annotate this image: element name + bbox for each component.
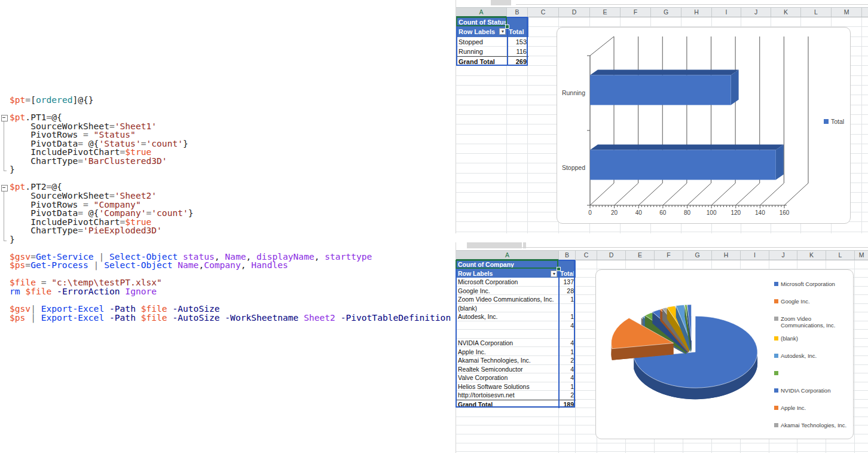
- pie-legend-label[interactable]: NVIDIA Corporation: [781, 387, 851, 394]
- code-line[interactable]: $ps=Get-Process | Select-Object Name,Com…: [10, 261, 454, 270]
- pivot-cell-value[interactable]: 153: [508, 37, 528, 47]
- pivot-cell-value[interactable]: [559, 260, 576, 269]
- column-header-E[interactable]: E: [590, 7, 621, 17]
- pivot-cell-label[interactable]: Row Labels: [456, 269, 559, 278]
- pivot-cell-value[interactable]: 28: [559, 287, 576, 296]
- row-labels-filter-button[interactable]: ▼: [499, 28, 506, 35]
- column-header-H[interactable]: H: [712, 250, 741, 260]
- pivot-cell-value[interactable]: 1: [559, 382, 576, 391]
- pivot-cell-label[interactable]: Realtek Semiconductor: [456, 365, 559, 374]
- column-header-M[interactable]: M: [855, 250, 868, 260]
- pivot-cell-value[interactable]: 4: [559, 321, 576, 330]
- column-header-n[interactable]: [862, 7, 868, 17]
- selection-fill-handle[interactable]: [505, 25, 509, 29]
- column-header-C[interactable]: C: [528, 7, 559, 17]
- code-line[interactable]: ChartType='BarClustered3D': [10, 157, 454, 166]
- row-labels-filter-button[interactable]: ▼: [551, 270, 557, 277]
- code-line[interactable]: }: [10, 165, 454, 174]
- pivot-cell-label[interactable]: Valve Corporation: [456, 373, 559, 382]
- pie-legend-label[interactable]: Google Inc.: [781, 298, 851, 305]
- pivot-cell-label[interactable]: [456, 330, 559, 339]
- pivot-table-company[interactable]: Count of CompanyRow LabelsTotal▼Microsof…: [456, 260, 576, 408]
- pivot-cell-label[interactable]: Apple Inc.: [456, 348, 559, 357]
- column-header-C[interactable]: C: [576, 250, 597, 260]
- code-line[interactable]: rm $file -ErrorAction Ignore: [10, 287, 454, 296]
- pivot-cell-value[interactable]: 269: [508, 57, 528, 66]
- column-header-D[interactable]: D: [559, 7, 590, 17]
- column-header-H[interactable]: H: [681, 7, 712, 17]
- pie-legend-label[interactable]: (blank): [781, 335, 851, 342]
- pivot-cell-label[interactable]: Grand Total: [456, 400, 559, 409]
- pivot-row[interactable]: Stopped153: [457, 37, 528, 47]
- column-header-I[interactable]: I: [712, 7, 741, 17]
- bar-chart[interactable]: StoppedRunning020406080100120140160Total: [557, 27, 851, 224]
- pie-legend-label[interactable]: Apple Inc.: [781, 405, 851, 411]
- pivot-row[interactable]: Helios Software Solutions1: [456, 382, 576, 391]
- pivot-cell-value[interactable]: 189: [559, 400, 576, 409]
- pivot-cell-value[interactable]: [559, 304, 576, 313]
- pivot-cell-label[interactable]: Autodesk, Inc.: [456, 312, 559, 321]
- pivot-row[interactable]: Count of Status: [457, 17, 528, 27]
- pivot-row[interactable]: [456, 330, 576, 339]
- pivot-values-header[interactable]: Total: [508, 27, 528, 37]
- pivot-row[interactable]: 4: [456, 321, 576, 330]
- code-line[interactable]: $pt=[ordered]@{}: [10, 96, 454, 105]
- code-line[interactable]: [10, 105, 454, 114]
- pivot-cell-label[interactable]: [456, 321, 559, 330]
- pie-legend-label[interactable]: Microsoft Corporation: [781, 281, 851, 287]
- pivot-cell-label[interactable]: Count of Status: [457, 17, 508, 27]
- pivot-cell-value[interactable]: 4: [559, 373, 576, 382]
- pivot-cell-value[interactable]: [508, 17, 528, 27]
- pivot-row[interactable]: Apple Inc.1: [456, 348, 576, 357]
- pivot-cell-label[interactable]: Grand Total: [457, 57, 508, 66]
- pie-legend-label[interactable]: Autodesk, Inc.: [781, 352, 851, 359]
- column-header-J[interactable]: J: [769, 250, 797, 260]
- column-header-A[interactable]: A: [456, 7, 507, 17]
- column-header-K[interactable]: K: [797, 250, 826, 260]
- code-fold-toggle-icon[interactable]: [1, 115, 8, 121]
- column-header-B[interactable]: B: [559, 250, 576, 260]
- pivot-cell-value[interactable]: 1: [559, 312, 576, 321]
- pivot-cell-label[interactable]: Running: [457, 47, 508, 56]
- powershell-script-editor[interactable]: $pt=[ordered]@{}$pt.PT1=@{ SourceWorkShe…: [1, 96, 454, 318]
- code-line[interactable]: ChartType='PieExploded3D': [10, 226, 454, 235]
- pivot-cell-value[interactable]: [559, 330, 576, 339]
- pivot-row[interactable]: Microsoft Corporation137: [456, 278, 576, 287]
- pivot-table-status[interactable]: Count of StatusRow LabelsTotal▼Stopped15…: [457, 17, 528, 66]
- pivot-cell-value[interactable]: 137: [559, 278, 576, 287]
- column-header-A[interactable]: A: [456, 250, 559, 260]
- pivot-row[interactable]: Autodesk, Inc.1: [456, 312, 576, 321]
- pivot-cell-value[interactable]: 4: [559, 339, 576, 348]
- pivot-row[interactable]: Grand Total269: [457, 56, 528, 66]
- column-header-E[interactable]: E: [626, 250, 655, 260]
- pivot-row[interactable]: Grand Total189: [456, 400, 576, 409]
- pivot-cell-label[interactable]: Zoom Video Communications, Inc.: [456, 295, 559, 304]
- pivot-cell-value[interactable]: 2: [559, 391, 576, 400]
- pivot-cell-value[interactable]: 4: [559, 365, 576, 374]
- selection-fill-handle[interactable]: [557, 267, 561, 271]
- column-header-D[interactable]: D: [597, 250, 626, 260]
- pivot-cell-value[interactable]: 1: [559, 295, 576, 304]
- pivot-row[interactable]: (blank): [456, 304, 576, 313]
- column-header-G[interactable]: G: [651, 7, 681, 17]
- pivot-row[interactable]: Realtek Semiconductor4: [456, 365, 576, 374]
- pivot-row[interactable]: Valve Corporation4: [456, 373, 576, 382]
- column-header-J[interactable]: J: [741, 7, 771, 17]
- column-header-G[interactable]: G: [683, 250, 712, 260]
- pie-legend-label[interactable]: Akamai Technologies, Inc.: [781, 422, 851, 428]
- pie-legend-label[interactable]: Zoom Video Communications, Inc.: [781, 315, 851, 329]
- column-header-F[interactable]: F: [655, 250, 683, 260]
- code-line[interactable]: }: [10, 235, 454, 244]
- pivot-values-header[interactable]: Total: [559, 269, 576, 278]
- pivot-cell-label[interactable]: Microsoft Corporation: [456, 278, 559, 287]
- pivot-cell-value[interactable]: 116: [508, 47, 528, 56]
- pivot-cell-label[interactable]: http://tortoisesvn.net: [456, 391, 559, 400]
- column-header-K[interactable]: K: [771, 7, 801, 17]
- column-header-L[interactable]: L: [826, 250, 855, 260]
- pivot-row[interactable]: Google Inc.28: [456, 287, 576, 296]
- pivot-cell-label[interactable]: (blank): [456, 304, 559, 313]
- pivot-row[interactable]: Running116: [457, 47, 528, 56]
- column-header-L[interactable]: L: [801, 7, 832, 17]
- pivot-row[interactable]: Akamai Technologies, Inc.2: [456, 356, 576, 365]
- pivot-cell-label[interactable]: Count of Company: [456, 260, 559, 269]
